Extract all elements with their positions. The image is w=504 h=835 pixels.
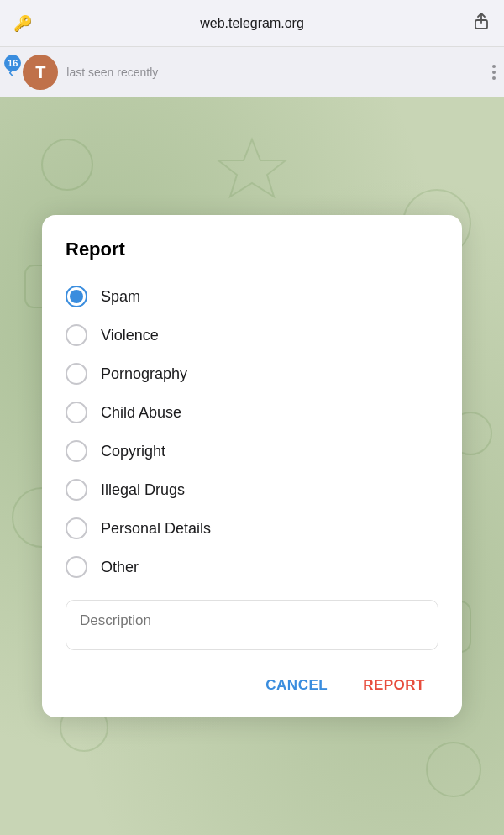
radio-item[interactable]: Illegal Drugs xyxy=(66,470,438,509)
radio-item[interactable]: Personal Details xyxy=(66,509,438,548)
radio-circle-0 xyxy=(66,286,87,307)
description-input[interactable] xyxy=(66,600,438,650)
modal-actions: CANCEL REPORT xyxy=(66,670,438,701)
radio-label-4: Copyright xyxy=(101,443,165,460)
dot-icon xyxy=(492,71,496,74)
radio-item[interactable]: Spam xyxy=(66,277,438,316)
radio-item[interactable]: Violence xyxy=(66,316,438,354)
radio-circle-6 xyxy=(66,517,87,539)
dot-icon xyxy=(492,76,496,80)
cancel-button[interactable]: CANCEL xyxy=(252,670,341,701)
radio-label-2: Pornography xyxy=(101,365,187,383)
back-button[interactable]: 16 ‹ xyxy=(8,61,14,83)
lock-icon: 🔑 xyxy=(13,14,32,33)
svg-point-8 xyxy=(427,743,480,796)
telegram-background: Report SpamViolencePornographyChild Abus… xyxy=(0,97,504,835)
radio-item[interactable]: Child Abuse xyxy=(66,393,438,432)
more-button[interactable] xyxy=(492,65,496,80)
svg-point-1 xyxy=(42,139,92,190)
radio-item[interactable]: Copyright xyxy=(66,432,438,470)
radio-circle-3 xyxy=(66,402,87,423)
dot-icon xyxy=(492,65,496,68)
header-info: last seen recently xyxy=(66,66,484,79)
browser-url: web.telegram.org xyxy=(32,16,472,31)
radio-label-6: Personal Details xyxy=(101,520,211,538)
last-seen-text: last seen recently xyxy=(66,66,484,79)
telegram-header: 16 ‹ T last seen recently xyxy=(0,47,504,97)
svg-marker-9 xyxy=(218,139,286,197)
radio-label-7: Other xyxy=(101,559,139,576)
avatar: T xyxy=(23,55,58,90)
radio-label-1: Violence xyxy=(101,327,159,344)
report-button[interactable]: REPORT xyxy=(349,670,438,701)
radio-circle-2 xyxy=(66,363,87,385)
radio-item[interactable]: Pornography xyxy=(66,354,438,393)
radio-circle-1 xyxy=(66,324,87,346)
radio-label-5: Illegal Drugs xyxy=(101,481,185,499)
radio-group: SpamViolencePornographyChild AbuseCopyri… xyxy=(66,277,438,586)
browser-bar: 🔑 web.telegram.org xyxy=(0,0,504,47)
radio-circle-4 xyxy=(66,440,87,462)
radio-label-3: Child Abuse xyxy=(101,404,181,422)
radio-circle-7 xyxy=(66,556,87,578)
radio-label-0: Spam xyxy=(101,288,140,306)
notification-badge: 16 xyxy=(4,55,21,71)
report-modal: Report SpamViolencePornographyChild Abus… xyxy=(42,215,462,717)
modal-title: Report xyxy=(66,239,438,260)
radio-circle-5 xyxy=(66,479,87,501)
radio-item[interactable]: Other xyxy=(66,548,438,586)
share-icon[interactable] xyxy=(472,12,491,34)
